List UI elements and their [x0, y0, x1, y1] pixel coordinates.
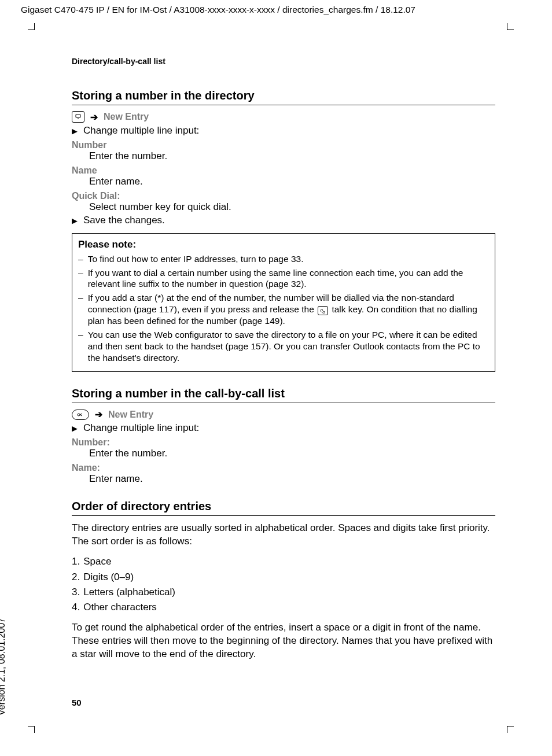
list-item: 2.Digits (0–9): [72, 570, 495, 585]
note-item: –If you add a star (*) at the end of the…: [78, 292, 489, 327]
document-path: Gigaset C470-475 IP / EN for IM-Ost / A3…: [21, 5, 415, 15]
arrow-right-icon: ➔: [90, 112, 98, 123]
svg-point-0: [78, 414, 80, 416]
triangle-bullet-icon: ▶: [72, 127, 78, 135]
version-text: Version 2.1, 08.01.2007: [0, 618, 7, 716]
list-item: 3.Letters (alphabetical): [72, 585, 495, 600]
callbycall-key-icon: [72, 410, 89, 420]
note-box: Please note: –To find out how to enter I…: [72, 233, 495, 372]
field-label-name: Name: [72, 165, 495, 176]
crop-mark: [507, 23, 514, 30]
talk-key-icon: [318, 306, 328, 315]
running-head: Directory/call-by-call list: [72, 57, 495, 66]
nav-new-entry: New Entry: [104, 112, 149, 122]
field-label-number: Number:: [72, 437, 495, 448]
field-desc: Select number key for quick dial.: [89, 201, 495, 213]
heading-storing-directory: Storing a number in the directory: [72, 89, 495, 105]
field-desc: Enter name.: [89, 473, 495, 485]
step-text: Change multiple line input:: [83, 422, 199, 434]
field-label-name: Name:: [72, 463, 495, 473]
note-item: –To find out how to enter IP addresses, …: [78, 253, 489, 265]
list-item: 1.Space: [72, 554, 495, 569]
triangle-bullet-icon: ▶: [72, 424, 78, 433]
heading-order-entries: Order of directory entries: [72, 500, 495, 516]
nav-new-entry: New Entry: [108, 410, 153, 420]
field-label-quickdial: Quick Dial:: [72, 191, 495, 201]
note-item: –You can use the Web configurator to sav…: [78, 329, 489, 363]
paragraph: The directory entries are usually sorted…: [72, 522, 495, 548]
directory-key-icon: [72, 111, 84, 123]
heading-storing-callbycall: Storing a number in the call-by-call lis…: [72, 387, 495, 403]
ordered-list: 1.Space2.Digits (0–9)3.Letters (alphabet…: [72, 554, 495, 615]
crop-mark: [28, 23, 35, 30]
list-item: 4.Other characters: [72, 600, 495, 615]
field-desc: Enter name.: [89, 176, 495, 187]
triangle-bullet-icon: ▶: [72, 216, 78, 225]
crop-mark: [28, 726, 35, 733]
arrow-right-icon: ➔: [95, 409, 102, 420]
field-label-number: Number: [72, 140, 495, 150]
note-title: Please note:: [78, 238, 489, 251]
paragraph: To get round the alphabetical order of t…: [72, 621, 495, 661]
field-desc: Enter the number.: [89, 150, 495, 162]
crop-mark: [507, 726, 514, 733]
field-desc: Enter the number.: [89, 448, 495, 459]
page-number: 50: [72, 698, 82, 707]
note-item: –If you want to dial a certain number us…: [78, 267, 489, 290]
step-text: Change multiple line input:: [83, 125, 199, 137]
step-text: Save the changes.: [83, 215, 165, 226]
